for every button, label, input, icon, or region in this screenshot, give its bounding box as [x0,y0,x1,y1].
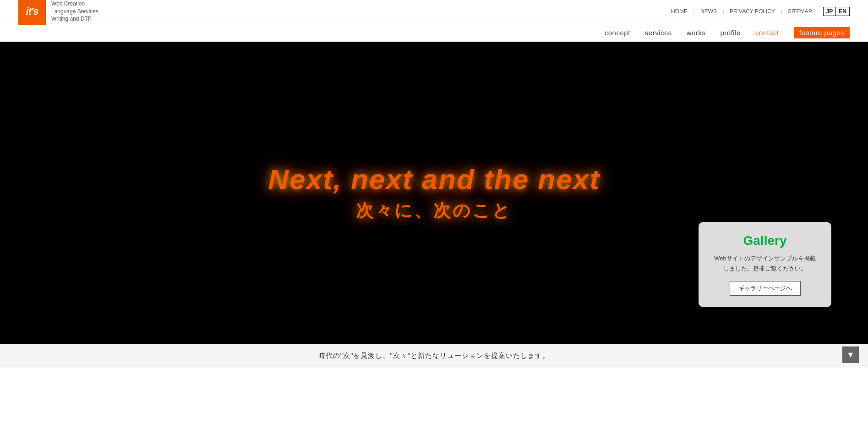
scroll-arrow[interactable]: ▼ [842,346,859,363]
lang-switcher: JP EN [823,7,850,16]
logo-text: Web Creation Language Services Writing a… [51,0,98,23]
logo-area[interactable]: it's Web Creation Language Services Writ… [18,0,98,25]
nav-privacy[interactable]: PRIVACY POLICY [726,8,779,15]
header-top-row: it's Web Creation Language Services Writ… [0,0,868,23]
hero-main-title: Next, next and the next [268,163,600,195]
lang-en-button[interactable]: EN [836,7,850,16]
separator-2: ｜ [721,8,726,16]
site-header: it's Web Creation Language Services Writ… [0,0,868,42]
gallery-widget-button[interactable]: ギャラリーページへ [730,281,801,296]
nav-works[interactable]: works [687,29,706,37]
header-main-nav: concept services works profile contact f… [0,23,868,42]
nav-feature-pages[interactable]: feature pages [794,27,850,38]
arrow-icon: ▼ [846,350,855,360]
separator-3: ｜ [779,8,784,16]
nav-home[interactable]: HOME [667,8,691,15]
gallery-widget: Gallery Webサイトのデザインサンプルを掲載しました。是非ご覧ください。… [699,222,831,307]
nav-profile[interactable]: profile [721,29,741,37]
nav-news[interactable]: NEWS [697,8,721,15]
lang-jp-button[interactable]: JP [823,7,836,16]
hero-sub-title: 次々に、次のこと [268,199,600,222]
bottom-strip-text: 時代の"次"を見渡し、"次々"と新たなリューションを提案いたします。 [318,352,550,360]
hero-section: Next, next and the next 次々に、次のこと Gallery… [0,42,868,344]
nav-concept[interactable]: concept [605,29,630,37]
logo-icon: it's [18,0,46,25]
separator-1: ｜ [691,8,697,16]
nav-services[interactable]: services [645,29,672,37]
nav-sitemap[interactable]: SITEMAP [784,8,816,15]
hero-text-block: Next, next and the next 次々に、次のこと [268,163,600,222]
gallery-widget-body: Webサイトのデザインサンプルを掲載しました。是非ご覧ください。 [712,254,818,274]
bottom-strip: 時代の"次"を見渡し、"次々"と新たなリューションを提案いたします。 ▼ [0,344,868,368]
header-top-nav: HOME ｜ NEWS ｜ PRIVACY POLICY ｜ SITEMAP J… [667,7,850,16]
gallery-widget-title: Gallery [712,233,818,248]
nav-contact[interactable]: contact [755,29,779,37]
